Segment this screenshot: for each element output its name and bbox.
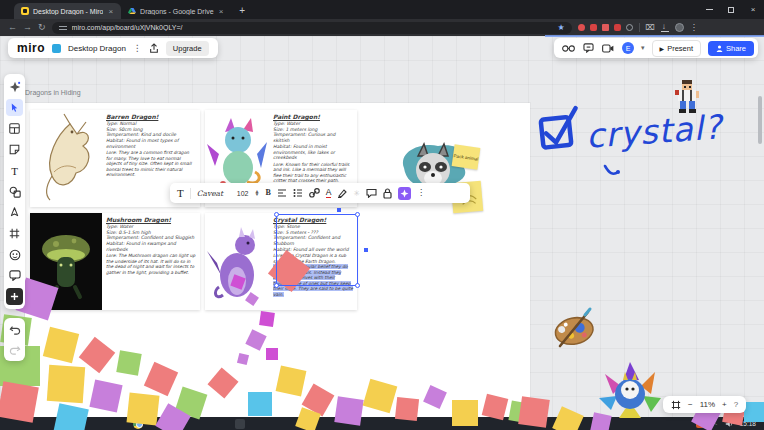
templates-icon[interactable] xyxy=(6,120,23,137)
download-icon[interactable] xyxy=(661,24,669,32)
user-avatar[interactable]: E xyxy=(622,42,634,54)
select-tool-icon[interactable] xyxy=(6,99,23,116)
board-name[interactable]: Desktop Dragon xyxy=(68,44,126,53)
taskbar-clock[interactable]: 15:18 xyxy=(740,420,756,427)
selection-handle[interactable] xyxy=(274,212,279,217)
frame-tool-icon[interactable] xyxy=(6,225,23,242)
tab-title: Dragons - Google Drive xyxy=(140,8,214,15)
font-select[interactable]: Caveat xyxy=(197,189,231,198)
comment-tool-icon[interactable] xyxy=(6,267,23,284)
browser-menu-icon[interactable]: ⋮ xyxy=(690,24,698,32)
reload-icon[interactable]: ↻ xyxy=(38,23,46,32)
card-text: Mushroom Dragon! Type: Water Size: 0.5-1… xyxy=(102,213,200,310)
zoom-level[interactable]: 11% xyxy=(700,400,715,409)
text-tool-icon[interactable]: T xyxy=(6,162,23,179)
stamp-icon[interactable] xyxy=(6,246,23,263)
align-icon[interactable] xyxy=(277,188,287,198)
close-button[interactable]: × xyxy=(742,0,764,19)
divider xyxy=(639,23,640,32)
undo-icon[interactable] xyxy=(6,321,23,338)
highlighter-icon[interactable] xyxy=(337,188,347,198)
extension-icon[interactable] xyxy=(578,24,585,31)
ai-assist-icon[interactable] xyxy=(6,78,23,95)
share-button[interactable]: Share xyxy=(708,41,754,56)
extensions-puzzle-icon[interactable] xyxy=(626,24,633,31)
selection-handle[interactable] xyxy=(274,283,279,288)
extensions-row xyxy=(578,24,633,31)
upgrade-button[interactable]: Upgrade xyxy=(166,41,209,56)
text-color-icon[interactable]: A xyxy=(326,188,332,198)
drawn-checkbox[interactable] xyxy=(532,102,586,162)
card-mushroom-dragon[interactable]: Mushroom Dragon! Type: Water Size: 0.5-1… xyxy=(30,213,200,310)
selection-handle[interactable] xyxy=(355,283,360,288)
bookmark-star-icon[interactable]: ★ xyxy=(557,23,564,32)
link-icon[interactable] xyxy=(309,188,320,198)
tab-title: Desktop Dragon - Miro xyxy=(33,8,103,15)
url-bar[interactable]: miro.com/app/board/uXjVNk0QLY=/ ★ xyxy=(52,22,572,34)
profile-avatar[interactable] xyxy=(675,23,684,32)
help-icon[interactable]: ? xyxy=(734,400,738,409)
comments-panel-icon[interactable] xyxy=(582,42,595,55)
minimize-button[interactable] xyxy=(698,0,720,19)
more-options-icon[interactable]: ⋮ xyxy=(417,189,425,197)
tab-close-icon[interactable]: × xyxy=(107,7,114,16)
zoom-out-button[interactable]: − xyxy=(688,400,693,409)
farmer-sticker[interactable] xyxy=(672,78,702,118)
zoom-in-button[interactable]: + xyxy=(722,400,727,409)
cast-icon[interactable]: ⌧ xyxy=(646,24,655,32)
bullet-list-icon[interactable] xyxy=(293,188,303,198)
selection-handle[interactable] xyxy=(355,212,360,217)
chevron-down-icon[interactable]: ▾ xyxy=(641,44,645,52)
site-settings-icon[interactable] xyxy=(59,24,67,32)
new-tab-button[interactable]: + xyxy=(239,5,245,16)
back-icon[interactable]: ← xyxy=(8,23,17,32)
tray-notification-icon[interactable] xyxy=(696,420,704,428)
extension-icon[interactable] xyxy=(602,24,609,31)
miro-canvas[interactable]: Dragons in Hiding Barren Dragon! Type: N… xyxy=(0,36,764,417)
window-controls: × xyxy=(698,0,764,19)
ai-sparkle-button[interactable] xyxy=(398,187,411,200)
font-size-stepper[interactable]: ▲▼ xyxy=(254,190,259,196)
miro-logo[interactable]: miro xyxy=(17,41,45,55)
left-toolbar: T xyxy=(4,74,25,309)
pen-icon[interactable] xyxy=(6,204,23,221)
fit-to-frame-icon[interactable] xyxy=(671,400,681,410)
taskbar-app-icon[interactable] xyxy=(235,419,245,429)
board-menu-icon[interactable]: ⋮ xyxy=(133,43,142,53)
lock-icon[interactable] xyxy=(383,188,392,199)
text-selection-box[interactable] xyxy=(276,214,358,286)
font-size-value[interactable]: 102 xyxy=(237,190,249,197)
effects-icon[interactable]: ✳ xyxy=(353,189,360,198)
export-icon[interactable] xyxy=(149,43,159,54)
tab-drive[interactable]: Dragons - Google Drive × xyxy=(121,3,231,19)
redo-icon[interactable] xyxy=(6,341,23,358)
bold-icon[interactable]: B xyxy=(265,189,270,197)
reactions-icon[interactable] xyxy=(562,42,575,55)
comment-icon[interactable] xyxy=(366,188,377,198)
tray-chevron-icon[interactable]: ︿ xyxy=(711,419,718,428)
tab-miro[interactable]: Desktop Dragon - Miro × xyxy=(14,3,121,19)
rainbow-dragon-sticker[interactable] xyxy=(597,360,663,424)
sticky-note-icon[interactable] xyxy=(6,141,23,158)
play-icon: ▶ xyxy=(660,45,665,52)
accent-line xyxy=(545,35,764,37)
shapes-icon[interactable] xyxy=(6,183,23,200)
collaborator-cursor-dot xyxy=(337,208,341,212)
maximize-button[interactable] xyxy=(720,0,742,19)
extension-icon[interactable] xyxy=(590,24,597,31)
taskbar-chrome-icon[interactable] xyxy=(133,419,143,429)
handwritten-text[interactable]: crystal? xyxy=(585,107,724,155)
pack-animal-tag[interactable]: Pack animal xyxy=(452,144,481,169)
speaker-icon[interactable] xyxy=(725,420,733,428)
paint-palette-sticker[interactable] xyxy=(552,304,596,354)
more-tools-icon[interactable] xyxy=(6,288,23,305)
extension-icon[interactable] xyxy=(614,24,621,31)
tab-close-icon[interactable]: × xyxy=(218,7,225,16)
video-camera-icon[interactable] xyxy=(602,42,615,55)
miro-header-left: miro Desktop Dragon ⋮ Upgrade xyxy=(8,38,218,58)
present-button[interactable]: ▶ Present xyxy=(652,40,701,57)
frame-title[interactable]: Dragons in Hiding xyxy=(25,89,81,96)
forward-icon[interactable]: → xyxy=(23,23,32,32)
scrollbar-thumb[interactable] xyxy=(758,96,762,144)
text-style-icon[interactable]: T xyxy=(177,187,184,199)
